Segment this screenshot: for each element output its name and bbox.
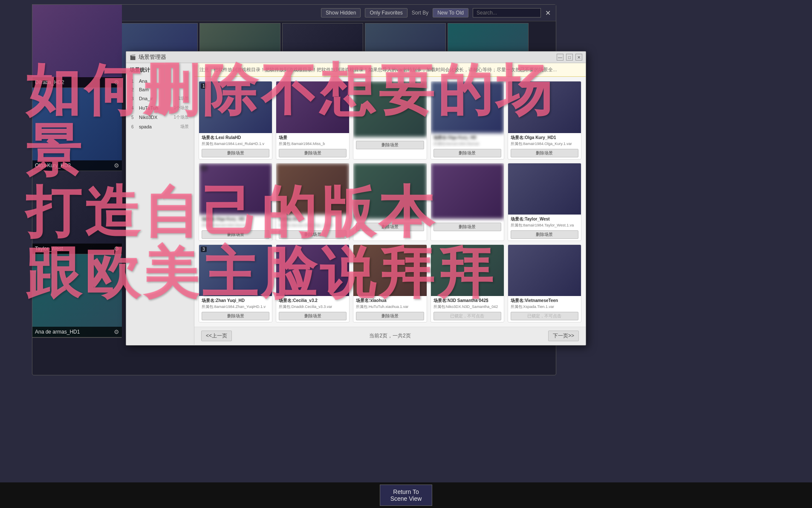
scene-card-7-info: 场景名:B3 所属包:8amair1984.Olga_Kury.1 删除场景 [276, 215, 349, 241]
scene-card-9-info: 删除场景 [431, 219, 504, 233]
scene-card-1-image: 1 [199, 81, 272, 133]
scene-card-6[interactable]: 2 场景名:Olga Kury_HD 所属包:8amair1984.Bamair… [199, 163, 272, 241]
sort-order-button[interactable]: New To Old [433, 8, 468, 17]
taylor-gear-icon[interactable]: ⚙ [114, 245, 119, 252]
prev-page-button[interactable]: <<上一页 [201, 331, 232, 341]
scene-card-9[interactable]: 删除场景 [431, 163, 504, 241]
dialog-minimize-button[interactable]: — [557, 54, 563, 61]
only-favorites-button[interactable]: Only Favorites [365, 8, 407, 17]
left-thumb-ana-label: Ana de armas_HD1 ⚙ [32, 327, 122, 337]
scene-card-8-image [353, 163, 426, 219]
dialog-maximize-button[interactable]: □ [566, 54, 573, 61]
scene-card-3-image [353, 81, 426, 137]
scene-list-item-4[interactable]: 4 HuTuTuh 1个场景 [130, 104, 191, 112]
delete-scene-6-button[interactable]: 删除场景 [202, 230, 269, 239]
dialog-left-panel: 场景统计 1 Ana 2 Bam 3 Dna_ir 1场景 4 HuTuTuh … [126, 63, 194, 345]
dialog-body: 场景统计 1 Ana 2 Bam 3 Dna_ir 1场景 4 HuTuTuh … [126, 63, 586, 345]
scene-card-14-image [431, 245, 504, 296]
next-page-button[interactable]: 下一页>> [548, 331, 579, 341]
dialog-notice: 注意：把软件放到游戏根目录！把软件放到游戏根目录！把软件放到游戏根目录！如果您导… [194, 63, 586, 77]
dialog-close-button[interactable]: ✕ [575, 54, 582, 61]
scene-card-4-info: 场景名:Olga Kury_HD 所属包:8amair1984.Bamair 删… [431, 133, 504, 159]
scene-card-15-info: 场景名:VietnameseTeen 所属包:Xspada.Tien.1.var… [508, 296, 581, 322]
bottom-bar: Return ToScene View [0, 482, 812, 508]
scene-list-item-3[interactable]: 3 Dna_ir 1场景 [130, 94, 191, 103]
dilraba-gear-icon[interactable]: ⚙ [114, 79, 119, 86]
ana-gear-icon[interactable]: ⚙ [114, 328, 119, 335]
dialog-pagination: <<上一页 当前2页，一共2页 下一页>> [194, 327, 586, 345]
scene-card-8-info: 删除场景 [353, 219, 426, 233]
delete-scene-13-button[interactable]: 删除场景 [356, 312, 424, 320]
left-thumb-taylor-label: Taylor_West ⚙ [32, 244, 122, 254]
scene-search-input[interactable] [473, 8, 541, 17]
return-to-scene-view-button[interactable]: Return ToScene View [380, 485, 433, 506]
left-thumb-dilraba-label: Dilraba_HD2 ⚙ [32, 77, 122, 87]
scene-list-item-2[interactable]: 2 Bam [130, 86, 191, 93]
left-thumb-olga[interactable]: Olga Kury_HD3 ⚙ [32, 88, 122, 171]
delete-scene-15-button: 已锁定，不可点击 [511, 312, 578, 320]
scene-card-10-info: 场景名:Taylor_West 所属包:8amair1984.Taylor_We… [508, 215, 581, 241]
scene-card-7-image [276, 163, 349, 215]
scene-card-4[interactable]: 场景名:Olga Kury_HD 所属包:8amair1984.Bamair 删… [431, 81, 504, 159]
scene-list-item-6[interactable]: 6 spada 场景 [130, 122, 191, 131]
scene-card-11[interactable]: 3 场景名:Zhan Yuqi_HD 所属包:8amair1984.Zhan_Y… [199, 244, 272, 322]
delete-scene-11-button[interactable]: 删除场景 [202, 312, 269, 320]
delete-scene-5-button[interactable]: 删除场景 [511, 149, 578, 157]
scene-card-10[interactable]: 场景名:Taylor_West 所属包:8amair1984.Taylor_We… [508, 163, 581, 241]
left-thumb-olga-label: Olga Kury_HD3 ⚙ [32, 160, 122, 171]
scene-list-item-5[interactable]: 5 Niko3DX 1个场景 [130, 113, 191, 122]
left-thumb-dilraba[interactable]: Dilraba_HD2 ⚙ [32, 5, 122, 88]
delete-scene-4-button[interactable]: 删除场景 [433, 149, 501, 157]
delete-scene-14-button: 已锁定，不可点击 [433, 312, 501, 320]
scene-list-item-1[interactable]: 1 Ana [130, 77, 191, 85]
dialog-titlebar: 🎬 场景管理器 — □ ✕ [126, 52, 586, 63]
delete-scene-1-button[interactable]: 删除场景 [202, 149, 269, 157]
scene-card-5-info: 场景名:Olga Kury_HD1 所属包:8amair1984.Olga_Ku… [508, 133, 581, 159]
scene-card-11-image: 3 [199, 245, 272, 296]
scene-card-13[interactable]: 场景名:xiaohua 所属包:HuTuTuh.xiaohua.1.var 删除… [353, 244, 427, 322]
delete-scene-2-button[interactable]: 删除场景 [279, 149, 347, 157]
dialog-left-title: 场景统计 [130, 67, 191, 74]
delete-scene-9-button[interactable]: 删除场景 [433, 223, 501, 231]
scene-card-3-info: 删除场景 [353, 137, 426, 151]
dialog-right-panel: 注意：把软件放到游戏根目录！把软件放到游戏根目录！把软件放到游戏根目录！如果您导… [194, 63, 586, 345]
left-thumb-ana[interactable]: Ana de armas_HD1 ⚙ [32, 254, 122, 337]
delete-scene-3-button[interactable]: 删除场景 [356, 141, 424, 149]
scene-card-7[interactable]: 场景名:B3 所属包:8amair1984.Olga_Kury.1 删除场景 [276, 163, 350, 241]
scene-card-2[interactable]: 场景 所属包:8amair1984.Miss_b 删除场景 [276, 81, 350, 159]
sort-by-label: Sort By [412, 10, 428, 16]
delete-scene-7-button[interactable]: 删除场景 [279, 230, 347, 239]
dialog-scene-grid: 1 场景名:Lexi RulaHD 所属包:8amair1984.Lexi_Ru… [194, 77, 586, 327]
left-thumb-taylor[interactable]: Taylor_West ⚙ [32, 171, 122, 254]
scene-card-4-image [431, 81, 504, 133]
scene-card-3[interactable]: 删除场景 [353, 81, 427, 159]
scene-card-14[interactable]: 场景名:N3D Samantha 042$ 所属包:Niko3DX.N3D_Sa… [431, 244, 504, 322]
scene-card-15[interactable]: 场景名:VietnameseTeen 所属包:Xspada.Tien.1.var… [508, 244, 581, 322]
scene-card-10-image [508, 163, 581, 215]
dialog-title: 场景管理器 [139, 53, 554, 61]
scene-card-9-image [431, 163, 504, 219]
scene-selector-close-button[interactable]: ✕ [545, 9, 551, 17]
scene-card-6-image: 2 [199, 163, 272, 215]
scene-card-6-info: 场景名:Olga Kury_HD 所属包:8amair1984.Bamair 删… [199, 215, 272, 241]
scene-card-14-info: 场景名:N3D Samantha 042$ 所属包:Niko3DX.N3D_Sa… [431, 296, 504, 322]
page-info: 当前2页，一共2页 [369, 332, 410, 340]
scene-card-5[interactable]: 场景名:Olga Kury_HD1 所属包:8amair1984.Olga_Ku… [508, 81, 581, 159]
scene-card-8[interactable]: 删除场景 [353, 163, 427, 241]
scene-card-11-info: 场景名:Zhan Yuqi_HD 所属包:8amair1984.Zhan_Yuq… [199, 296, 272, 322]
scene-card-12-image [276, 245, 349, 296]
scene-card-2-info: 场景 所属包:8amair1984.Miss_b 删除场景 [276, 133, 349, 159]
scene-card-1[interactable]: 1 场景名:Lexi RulaHD 所属包:8amair1984.Lexi_Ru… [199, 81, 272, 159]
scene-card-12[interactable]: 场景名:Cecilia_v3.2 所属包:Dnaddr.Cecilia_v3.3… [276, 244, 350, 322]
scene-card-12-info: 场景名:Cecilia_v3.2 所属包:Dnaddr.Cecilia_v3.3… [276, 296, 349, 322]
show-hidden-button[interactable]: Show Hidden [321, 8, 361, 17]
olga-gear-icon[interactable]: ⚙ [114, 162, 119, 169]
delete-scene-10-button[interactable]: 删除场景 [511, 230, 578, 239]
scene-card-1-info: 场景名:Lexi RulaHD 所属包:8amair1984.Lexi_Rula… [199, 133, 272, 159]
card-1-number: 1 [201, 83, 207, 89]
scene-card-13-info: 场景名:xiaohua 所属包:HuTuTuh.xiaohua.1.var 删除… [353, 296, 426, 322]
left-sidebar-thumbnails: Dilraba_HD2 ⚙ Olga Kury_HD3 ⚙ Taylor_Wes… [32, 4, 121, 338]
scene-card-13-image [353, 245, 426, 296]
delete-scene-12-button[interactable]: 删除场景 [279, 312, 347, 320]
delete-scene-8-button[interactable]: 删除场景 [356, 223, 424, 231]
